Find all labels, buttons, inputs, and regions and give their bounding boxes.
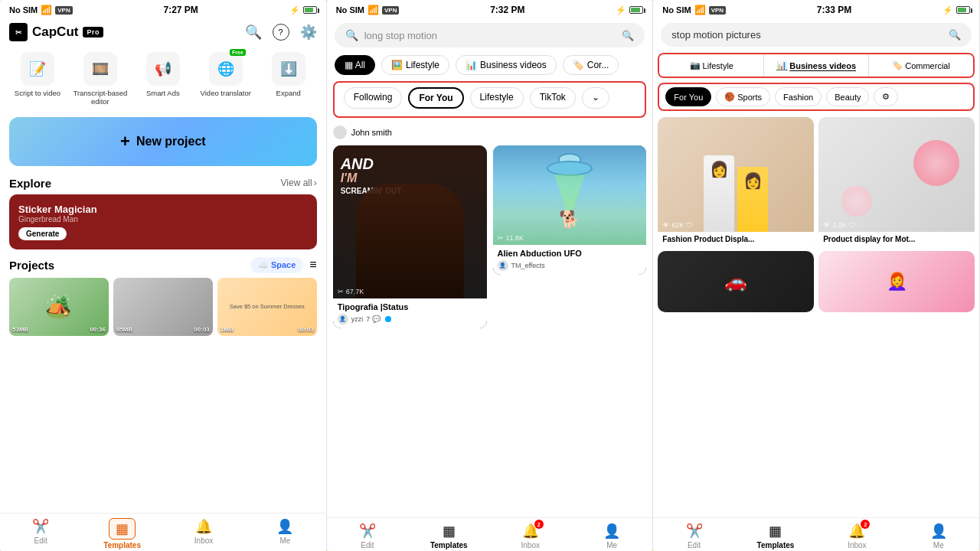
ufo-dog: 🐕 [559, 210, 580, 230]
following-label: Following [354, 92, 393, 103]
view-all-btn[interactable]: View all › [281, 178, 317, 188]
me-label-3: Me [933, 541, 944, 549]
tool-expand[interactable]: ⬇️ Expand [259, 52, 318, 106]
inbox-badge-3: 2 [861, 520, 870, 529]
nav-me-1[interactable]: 👤 Me [244, 518, 325, 549]
status-bar-2: No SIM 📶 VPN 7:32 PM ⚡ [327, 0, 653, 18]
tool-transcript-editor[interactable]: 🎞️ Transcript-based editor [70, 52, 130, 106]
list-sort-icon[interactable]: ≡ [309, 258, 316, 272]
help-icon[interactable]: ? [273, 24, 289, 41]
for-you-label-3: For You [674, 93, 703, 102]
tool-label-smart-ads: Smart Ads [146, 89, 180, 97]
author-name-tm: TM_effects [511, 262, 545, 269]
sticker-title: Sticker Magician [18, 204, 308, 215]
tab-business-2[interactable]: 📊 Business videos [456, 55, 557, 75]
for-you-label: For You [419, 93, 452, 103]
video-col-1: 🐕 ✂ 11.8K Alien Abduction UFO 👤 TM_effec… [493, 145, 647, 514]
tab-business-3[interactable]: 📊 Business videos [764, 54, 869, 77]
templates-label-3: Templates [757, 541, 795, 549]
template-card-car[interactable]: 🚗 [658, 251, 814, 312]
templates-icon-2: ▦ [443, 523, 456, 540]
tab-lifestyle-3[interactable]: 📷 Lifestyle [659, 54, 764, 77]
project-thumb-2[interactable]: Save $5 on Summer Dresses 1MB 00:03 [217, 278, 317, 336]
nav-inbox-2[interactable]: 🔔 2 Inbox [490, 523, 571, 549]
edit-label-3: Edit [688, 541, 701, 549]
tab-label-commercial-3: Commercial [905, 61, 950, 70]
edit-icon-2: ✂️ [359, 523, 376, 540]
explore-header: Explore View all › [0, 171, 326, 194]
tiktok-label: TikTok [540, 92, 566, 103]
search-submit-icon-3[interactable]: 🔍 [949, 29, 961, 41]
tab-filter-icon-3[interactable]: ⚙ [874, 87, 898, 106]
template-card-product[interactable]: 👁 2.2K 🛡 Product display for Mot... [818, 117, 975, 246]
panel-templates-search: No SIM 📶 VPN 7:32 PM ⚡ 🔍 long stop motio… [327, 0, 654, 551]
tab-for-you-3[interactable]: For You [665, 87, 711, 106]
tab-label-all: All [355, 60, 365, 70]
nav-edit-1[interactable]: ✂️ Edit [0, 518, 81, 549]
sticker-magician-card[interactable]: Sticker Magician Gingerbread Man Generat… [9, 194, 317, 249]
nav-me-2[interactable]: 👤 Me [571, 523, 652, 549]
tab-cor-2[interactable]: 🏷️ Cor... [563, 55, 619, 75]
tab-following-2[interactable]: Following [344, 87, 403, 109]
nav-inbox-3[interactable]: 🔔 2 Inbox [816, 523, 897, 549]
ufo-scene: 🐕 [493, 145, 647, 245]
project-thumb-0[interactable]: 🏕️ 53MB 00:36 [9, 278, 109, 336]
tool-smart-ads[interactable]: 📢 Smart Ads [133, 52, 193, 106]
generate-button[interactable]: Generate [18, 227, 67, 240]
templates-label-1: Templates [103, 541, 141, 549]
video-card-alien[interactable]: 🐕 ✂ 11.8K Alien Abduction UFO 👤 TM_effec… [493, 145, 647, 275]
video-author-tipografia: 👤 yzzi 7 💬 [338, 314, 482, 324]
nav-templates-3[interactable]: ▦ Templates [735, 523, 816, 549]
nav-templates-2[interactable]: ▦ Templates [408, 523, 489, 549]
ufo-body [547, 161, 593, 176]
templates-label-2: Templates [430, 541, 468, 549]
tab-for-you-2[interactable]: For You [408, 87, 463, 109]
nav-me-3[interactable]: 👤 Me [898, 523, 979, 549]
scissors-icon: ✂ [338, 288, 344, 295]
tab-fashion-3[interactable]: Fashion [775, 87, 822, 106]
template-card-fashion[interactable]: 👩 👩 👁 62K 🛡 Fashion Product Displa... [658, 117, 814, 246]
tool-video-translator[interactable]: 🌐 Free Video translator [196, 52, 256, 106]
tab-label-cor: Cor... [587, 60, 609, 70]
eye-icon-fashion: 👁 [662, 221, 669, 229]
thumb-dur-1: 00:03 [194, 326, 209, 333]
tab-label-business: Business videos [480, 60, 547, 70]
nav-edit-3[interactable]: ✂️ Edit [653, 523, 734, 549]
tab-commercial-3[interactable]: 🏷️ Commercial [869, 54, 973, 77]
project-thumb-1[interactable]: 85MB 00:03 [113, 278, 213, 336]
tool-label-transcript: Transcript-based editor [70, 89, 130, 106]
template-card-pink[interactable]: 👩‍🦰 [818, 251, 975, 312]
shield-icon-fashion: 🛡 [686, 221, 693, 229]
space-button[interactable]: ☁️ Space [250, 257, 303, 273]
search-value-2: long stop motion [364, 30, 437, 41]
status-left-3: No SIM 📶 VPN [662, 5, 726, 15]
template-info-fashion: Fashion Product Displa... [658, 232, 814, 246]
lifestyle-label: Lifestyle [480, 92, 514, 103]
settings-icon[interactable]: ⚙️ [300, 24, 317, 41]
tab-icon-business-3: 📊 [776, 60, 787, 70]
nav-inbox-1[interactable]: 🔔 Inbox [163, 518, 244, 549]
tool-label-translator: Video translator [201, 89, 251, 97]
tab-all-2[interactable]: ▦ All [335, 55, 375, 75]
tool-script-to-video[interactable]: 📝 Script to video [8, 52, 67, 106]
vpn-badge-3: VPN [709, 6, 726, 15]
search-bar-2[interactable]: 🔍 long stop motion 🔍 [335, 23, 645, 47]
carrier-2: No SIM [336, 5, 364, 15]
tab-lifestyle-2[interactable]: 🖼️ Lifestyle [381, 55, 449, 75]
search-bar-3[interactable]: stop motion pictures 🔍 [661, 23, 972, 47]
nav-edit-2[interactable]: ✂️ Edit [327, 523, 408, 549]
sports-emoji-3: 🏀 [724, 92, 735, 102]
search-submit-icon-2[interactable]: 🔍 [622, 30, 634, 41]
search-icon[interactable]: 🔍 [245, 24, 262, 41]
nav-templates-1[interactable]: ▦ Templates [81, 518, 162, 549]
tab-lifestyle-sub-2[interactable]: Lifestyle [470, 87, 524, 109]
tab-chevron-down-2[interactable]: ⌄ [582, 87, 609, 109]
me-icon-2: 👤 [603, 523, 620, 540]
new-project-button[interactable]: + New project [9, 117, 317, 166]
video-card-tipografia[interactable]: AND I'M SCREAMIN' OUT ✂ 67.7K Tipografia… [333, 145, 487, 328]
john-avatar [333, 126, 347, 139]
tab-sports-3[interactable]: 🏀 Sports [716, 87, 770, 106]
tab-icon-business: 📊 [466, 60, 477, 70]
tab-beauty-3[interactable]: Beauty [826, 87, 869, 106]
tab-tiktok-2[interactable]: TikTok [530, 87, 576, 109]
